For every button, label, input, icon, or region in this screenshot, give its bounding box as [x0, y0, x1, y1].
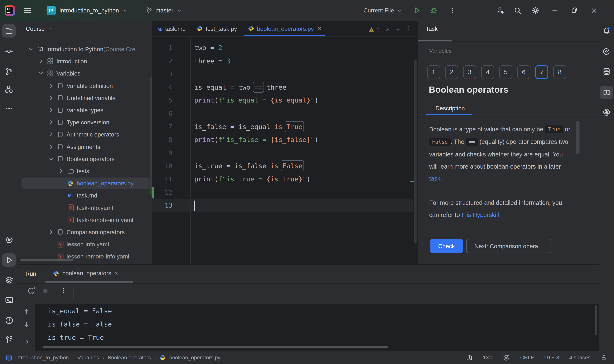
console-hscrollbar[interactable] [43, 346, 388, 348]
course-tool-button[interactable] [600, 86, 613, 99]
tree-item-arithmetic-operators[interactable]: Arithmetic operators [18, 128, 152, 141]
task-step-3[interactable]: 3 [463, 65, 476, 79]
editor-tab-test-task-py[interactable]: test_task.py [191, 21, 243, 36]
editor-tab-boolean-operators-py[interactable]: boolean_operators.py✕ [242, 21, 327, 36]
chevron-right-icon[interactable] [48, 143, 54, 150]
next-task-button[interactable]: Next: Comparison opera... [466, 239, 551, 253]
task-tab[interactable]: Task [426, 25, 438, 32]
run-tab[interactable]: boolean_operators ✕ [53, 270, 118, 276]
course-progress-icon[interactable] [466, 354, 473, 361]
intellij-logo-icon[interactable]: IJ [5, 0, 15, 21]
database-tool-button[interactable] [600, 65, 613, 78]
run-tool-button[interactable] [2, 253, 16, 267]
tree-item-task-remote-info-yaml[interactable]: Ytask-remote-info.yaml [18, 214, 152, 226]
run-panel-title[interactable]: Run [26, 270, 36, 277]
chevron-right-icon[interactable] [48, 229, 54, 235]
git-tool-button[interactable] [2, 333, 16, 346]
editor-tab-options-button[interactable] [405, 25, 412, 32]
tree-item-type-conversion[interactable]: Type conversion [18, 116, 152, 128]
chevron-down-icon[interactable] [48, 156, 54, 162]
chevron-right-icon[interactable] [48, 83, 54, 89]
ai-disabled-icon[interactable] [503, 354, 510, 361]
ai-assistant-tool-button[interactable] [600, 45, 613, 58]
indent-style[interactable]: 4 spaces [569, 355, 590, 361]
notifications-tool-button[interactable] [600, 24, 613, 38]
editor-vscrollbar[interactable] [414, 60, 417, 244]
terminal-tool-button[interactable] [2, 293, 16, 307]
inspection-widget[interactable]: 1 [368, 27, 401, 33]
console[interactable]: is_equal = Falseis_false = Falseis_true … [35, 304, 599, 351]
rerun-button[interactable] [27, 286, 36, 295]
task-step-2[interactable]: 2 [445, 65, 458, 79]
check-button[interactable]: Check [430, 239, 462, 253]
run-button[interactable] [413, 0, 421, 21]
close-icon[interactable]: ✕ [114, 270, 118, 276]
branch-widget[interactable]: master [146, 0, 182, 21]
tree-item-variables[interactable]: Variables [18, 67, 152, 79]
stop-button[interactable] [42, 288, 49, 295]
more-tools-button[interactable] [2, 102, 16, 115]
breadcrumb-item[interactable]: Boolean operators [108, 355, 151, 361]
pull-requests-tool-button[interactable] [2, 65, 16, 78]
tree-item-comparison-operators[interactable]: Comparison operators [18, 226, 152, 238]
more-actions-button[interactable] [449, 0, 456, 21]
tree-item-task-info-yaml[interactable]: Ytask-info.yaml [18, 201, 152, 214]
project-tool-button[interactable] [2, 24, 16, 38]
next-problem-button[interactable] [395, 27, 401, 32]
chevron-down-icon[interactable] [38, 70, 44, 77]
chevron-right-icon[interactable] [38, 58, 44, 64]
tree-item-task-md[interactable]: M↓task.md [18, 189, 152, 201]
tree-item-strings[interactable]: Strings [18, 262, 152, 264]
chevron-right-icon[interactable] [48, 131, 54, 138]
tree-item-boolean-operators-py[interactable]: boolean_operators.py [18, 177, 152, 189]
structure-tool-button[interactable] [2, 83, 16, 96]
up-stacktrace-button[interactable] [23, 308, 30, 315]
task-step-6[interactable]: 6 [517, 65, 530, 79]
tree-item-introduction-to-python[interactable]: Introduction to Python (Course Cre [18, 43, 152, 55]
code-area[interactable]: two = 2three = 3is_equal = two == threep… [194, 41, 319, 212]
tree-item-variable-types[interactable]: Variable types [18, 104, 152, 116]
console-more-button[interactable] [59, 287, 67, 295]
tree-item-tests[interactable]: tests [18, 165, 152, 177]
tree-item-lesson-info-yaml[interactable]: Ylesson-info.yaml [18, 238, 152, 250]
close-button[interactable] [590, 0, 598, 21]
search-everywhere-button[interactable] [514, 0, 522, 21]
breadcrumb-item[interactable]: Variables [77, 355, 99, 361]
caret-position[interactable]: 13:1 [483, 355, 493, 361]
code-with-me-button[interactable] [496, 0, 504, 21]
chevron-right-icon[interactable] [58, 168, 64, 174]
tree-item-variable-definition[interactable]: Variable definition [18, 80, 152, 92]
down-stacktrace-button[interactable] [23, 321, 30, 328]
editor-tab-task-md[interactable]: M↓task.md [152, 21, 191, 36]
debug-button[interactable] [430, 0, 437, 21]
chevron-right-icon[interactable] [48, 95, 54, 101]
course-tree-vscrollbar[interactable] [150, 77, 152, 195]
settings-button[interactable] [531, 0, 540, 21]
task-step-4[interactable]: 4 [481, 65, 494, 79]
close-icon[interactable]: ✕ [317, 26, 321, 31]
python-packages-tool-button[interactable] [600, 105, 613, 119]
tree-item-assignments[interactable]: Assignments [18, 141, 152, 153]
course-tree-hscrollbar[interactable] [20, 259, 73, 261]
editor-gutter[interactable]: 12345678910111213 [152, 41, 172, 212]
file-encoding[interactable]: UTF-8 [544, 355, 559, 361]
task-step-7[interactable]: 7 [535, 65, 548, 79]
project-widget[interactable]: IP introduction_to_python [46, 0, 128, 21]
task-link[interactable]: this Hyperskill [462, 211, 499, 218]
chevron-right-icon[interactable] [48, 119, 54, 125]
task-step-8[interactable]: 8 [553, 65, 566, 79]
expand-console-button[interactable] [24, 339, 30, 345]
course-panel-header[interactable]: Course [26, 25, 53, 32]
profiler-tool-button[interactable] [2, 233, 16, 246]
task-step-1[interactable]: 1 [427, 65, 440, 79]
run-config-selector[interactable]: Current File [363, 0, 402, 21]
lock-open-icon[interactable] [601, 354, 607, 361]
minimize-button[interactable] [551, 0, 558, 21]
task-vscrollbar[interactable] [576, 121, 579, 155]
services-tool-button[interactable] [2, 273, 16, 286]
console-vscrollbar[interactable] [595, 305, 597, 335]
chevron-right-icon[interactable] [48, 107, 54, 113]
task-link[interactable]: task [429, 175, 440, 182]
prev-problem-button[interactable] [385, 27, 390, 32]
problems-tool-button[interactable] [2, 313, 16, 327]
